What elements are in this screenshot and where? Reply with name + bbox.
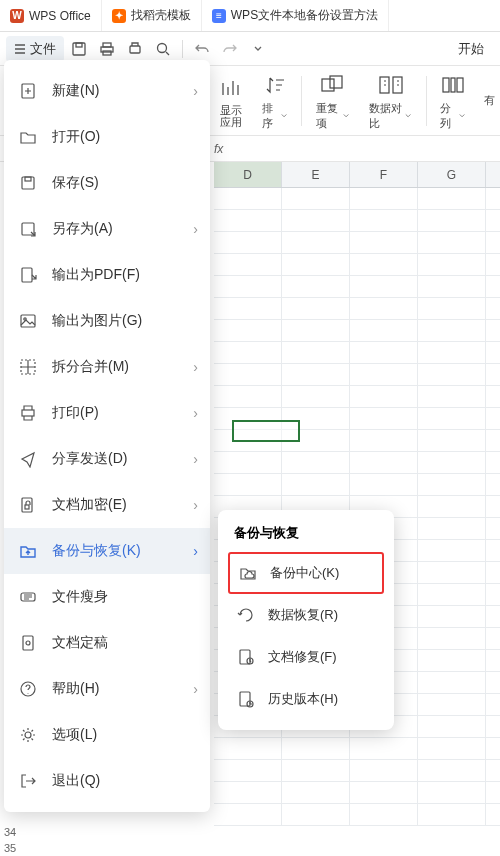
recover-icon: [236, 606, 256, 624]
menu-save-as[interactable]: 另存为(A) ›: [4, 206, 210, 252]
svg-rect-16: [25, 177, 31, 181]
spreadsheet-grid[interactable]: D E F G: [214, 162, 500, 856]
menu-help[interactable]: 帮助(H) ›: [4, 666, 210, 712]
svg-point-27: [26, 641, 30, 645]
menu-label: 选项(L): [52, 726, 97, 744]
print-preview-button[interactable]: [122, 36, 148, 62]
menu-label: 打开(O): [52, 128, 100, 146]
menu-share[interactable]: 分享发送(D) ›: [4, 436, 210, 482]
ribbon-text-to-columns[interactable]: 分列: [434, 71, 471, 131]
chevron-down-icon: [459, 112, 465, 120]
display-icon: [220, 77, 242, 99]
menu-label: 保存(S): [52, 174, 99, 192]
ribbon-label: 有: [484, 93, 495, 108]
menu-split-merge[interactable]: 拆分合并(M) ›: [4, 344, 210, 390]
print-icon: [18, 404, 38, 422]
ribbon-more[interactable]: 有: [479, 93, 500, 108]
ribbon-duplicates[interactable]: 重复项: [310, 71, 356, 131]
tab-docer-templates[interactable]: ✦ 找稻壳模板: [102, 0, 202, 31]
submenu-backup-center[interactable]: 备份中心(K): [228, 552, 384, 594]
chevron-right-icon: ›: [193, 83, 198, 99]
ribbon-display[interactable]: 显示应用: [214, 74, 248, 128]
chevron-down-icon: [343, 112, 349, 120]
file-menu: 新建(N) › 打开(O) 保存(S) 另存为(A) › 输出为PDF(F) 输…: [4, 60, 210, 812]
redo-button[interactable]: [217, 36, 243, 62]
menu-open[interactable]: 打开(O): [4, 114, 210, 160]
magnify-icon: [155, 41, 171, 57]
saveas-icon: [18, 220, 38, 238]
redo-icon: [222, 41, 238, 57]
submenu-history[interactable]: 历史版本(H): [228, 678, 384, 720]
sheet-rows[interactable]: [214, 188, 500, 828]
svg-rect-18: [22, 268, 32, 282]
menu-label: 拆分合并(M): [52, 358, 129, 376]
submenu-data-recover[interactable]: 数据恢复(R): [228, 594, 384, 636]
slim-icon: [18, 588, 38, 606]
docer-icon: ✦: [112, 9, 126, 23]
duplicates-icon: [320, 74, 346, 96]
preview-button[interactable]: [150, 36, 176, 62]
menu-encrypt[interactable]: 文档加密(E) ›: [4, 482, 210, 528]
tab-wps-office[interactable]: W WPS Office: [0, 0, 102, 31]
menu-label: 退出(Q): [52, 772, 100, 790]
gear-icon: [18, 726, 38, 744]
col-header[interactable]: F: [350, 162, 418, 187]
svg-rect-12: [451, 78, 455, 92]
tab-label: WPS文件本地备份设置方法: [231, 7, 378, 24]
menu-pin-doc[interactable]: 文档定稿: [4, 620, 210, 666]
ribbon-label: 显示: [220, 104, 242, 116]
ribbon-sort[interactable]: 排序: [256, 71, 293, 131]
compare-icon: [378, 74, 404, 96]
submenu-label: 数据恢复(R): [268, 606, 338, 624]
submenu-doc-repair[interactable]: 文档修复(F): [228, 636, 384, 678]
menu-exit[interactable]: 退出(Q): [4, 758, 210, 804]
menu-print[interactable]: 打印(P) ›: [4, 390, 210, 436]
ribbon-tab-start[interactable]: 开始: [448, 40, 494, 58]
undo-button[interactable]: [189, 36, 215, 62]
hamburger-icon: [14, 43, 26, 55]
lock-icon: [18, 496, 38, 514]
menu-backup-restore[interactable]: 备份与恢复(K) ›: [4, 528, 210, 574]
history-icon: [236, 690, 256, 708]
chevron-right-icon: ›: [193, 359, 198, 375]
svg-rect-8: [330, 76, 342, 88]
chevron-down-icon: [253, 44, 263, 54]
menu-save[interactable]: 保存(S): [4, 160, 210, 206]
backup-icon: [18, 542, 38, 560]
menu-options[interactable]: 选项(L): [4, 712, 210, 758]
new-icon: [18, 82, 38, 100]
submenu-label: 历史版本(H): [268, 690, 338, 708]
tab-document[interactable]: ≡ WPS文件本地备份设置方法: [202, 0, 389, 31]
menu-export-image[interactable]: 输出为图片(G): [4, 298, 210, 344]
fx-label: fx: [214, 142, 223, 156]
toolbar-more[interactable]: [245, 36, 271, 62]
tab-label: 找稻壳模板: [131, 7, 191, 24]
wps-logo-icon: W: [10, 9, 24, 23]
ribbon-compare[interactable]: 数据对比: [363, 71, 417, 131]
col-header[interactable]: G: [418, 162, 486, 187]
split-icon: [18, 358, 38, 376]
menu-export-pdf[interactable]: 输出为PDF(F): [4, 252, 210, 298]
print-button[interactable]: [94, 36, 120, 62]
svg-rect-11: [443, 78, 449, 92]
ribbon-label: 分列: [440, 101, 457, 131]
backup-submenu: 备份与恢复 备份中心(K) 数据恢复(R) 文档修复(F) 历史版本(H): [218, 510, 394, 730]
sort-icon: [264, 74, 286, 96]
file-menu-button[interactable]: 文件: [6, 36, 64, 62]
col-header[interactable]: E: [282, 162, 350, 187]
menu-label: 新建(N): [52, 82, 99, 100]
menu-label: 备份与恢复(K): [52, 542, 141, 560]
col-header[interactable]: D: [214, 162, 282, 187]
menu-file-slim[interactable]: 文件瘦身: [4, 574, 210, 620]
submenu-title: 备份与恢复: [234, 524, 378, 542]
svg-rect-5: [130, 46, 140, 53]
share-icon: [18, 450, 38, 468]
menu-label: 文件瘦身: [52, 588, 108, 606]
save-button[interactable]: [66, 36, 92, 62]
row-number[interactable]: 3435: [0, 824, 20, 856]
svg-point-29: [25, 732, 31, 738]
pin-icon: [18, 634, 38, 652]
svg-rect-1: [76, 43, 82, 47]
menu-label: 文档定稿: [52, 634, 108, 652]
menu-new[interactable]: 新建(N) ›: [4, 68, 210, 114]
